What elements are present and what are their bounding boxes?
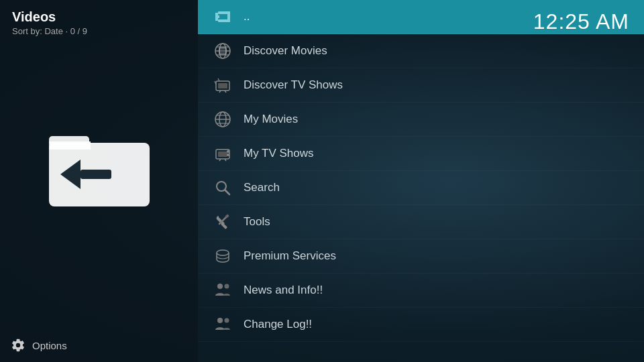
svg-rect-32 [218,152,227,157]
svg-point-40 [217,250,229,255]
svg-point-41 [217,284,223,289]
menu-item-discover-movies[interactable]: Discover Movies [198,34,644,68]
main-layout: 12:25 AM Videos Sort by: Date · 0 / 9 [0,0,644,362]
menu-item-my-movies-label: My Movies [244,113,298,126]
menu-item-changelog[interactable]: Change Log!! [198,308,644,342]
people2-icon [213,314,233,335]
tv-icon [213,75,233,95]
svg-point-33 [227,150,229,153]
page-title: Videos [12,9,186,25]
svg-rect-21 [218,83,227,88]
menu-item-back-label: .. [244,10,250,23]
globe2-icon [213,109,233,129]
svg-rect-6 [215,13,218,21]
menu-item-tools[interactable]: Tools [198,205,644,239]
menu-item-tools-label: Tools [244,215,270,229]
menu-item-premium-label: Premium Services [244,249,336,263]
menu-item-premium[interactable]: Premium Services [198,239,644,274]
svg-line-36 [225,190,230,195]
options-bar[interactable]: Options [0,328,198,362]
db-icon [213,246,233,266]
tv2-icon [213,143,233,164]
page-subtitle: Sort by: Date · 0 / 9 [12,26,186,36]
search-icon [213,178,233,198]
tools-icon [213,212,233,232]
menu-list: .. Discover M [198,0,644,342]
svg-point-42 [225,284,229,289]
menu-item-search-label: Search [244,181,280,194]
svg-rect-9 [227,11,230,22]
gear-icon [11,338,25,353]
left-panel: Videos Sort by: Date · 0 / 9 [0,0,198,362]
menu-item-news[interactable]: News and Info!! [198,274,644,308]
svg-point-43 [217,318,223,323]
menu-item-discover-movies-label: Discover Movies [244,44,327,58]
globe-icon [213,41,233,61]
svg-point-44 [225,318,229,323]
svg-rect-3 [80,170,111,179]
clock: 12:25 AM [533,9,629,34]
menu-item-search[interactable]: Search [198,171,644,205]
menu-item-discover-tv[interactable]: Discover TV Shows [198,68,644,103]
folder-icon-area [0,40,198,328]
right-panel: .. Discover M [198,0,644,362]
menu-item-my-tv[interactable]: My TV Shows [198,137,644,171]
folder-back-icon [42,117,156,211]
svg-rect-2 [49,141,91,149]
header: Videos Sort by: Date · 0 / 9 [0,0,198,40]
options-label: Options [32,340,67,351]
people-icon [213,280,233,300]
svg-point-34 [227,154,229,156]
menu-item-my-tv-label: My TV Shows [244,147,314,160]
menu-item-my-movies[interactable]: My Movies [198,103,644,137]
menu-item-news-label: News and Info!! [244,284,323,297]
back-icon [213,7,233,27]
menu-item-discover-tv-label: Discover TV Shows [244,78,343,92]
menu-item-changelog-label: Change Log!! [244,318,312,331]
